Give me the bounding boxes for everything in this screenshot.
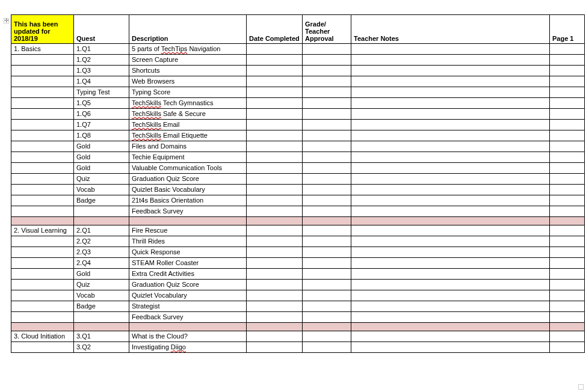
empty-cell [550,152,585,163]
table-row: 2.Q2Thrill Rides [11,236,585,247]
spelling-underline: TechSkills [132,132,161,139]
description-cell: Extra Credit Activities [129,269,247,280]
quest-cell: 3.Q1 [74,331,129,342]
col-quest: Quest [74,15,129,44]
section-cell [11,152,74,163]
quest-cell: 1.Q5 [74,98,129,109]
quest-cell: Gold [74,163,129,174]
separator-cell [303,217,351,225]
separator-cell [351,323,550,331]
table-row: Feedback Survey [11,312,585,323]
empty-cell [303,247,351,258]
empty-cell [351,236,550,247]
empty-cell [303,258,351,269]
table-move-handle-icon[interactable]: ✛ [4,18,9,23]
empty-cell [351,331,550,342]
description-cell: Graduation Quiz Score [129,174,247,185]
empty-cell [550,174,585,185]
table-row: 1.Q5TechSkills Tech Gymnastics [11,98,585,109]
empty-cell [303,236,351,247]
empty-cell [550,331,585,342]
table-row: GoldExtra Credit Activities [11,269,585,280]
section-cell [11,269,74,280]
empty-cell [550,247,585,258]
section-cell [11,195,74,206]
empty-cell [247,225,303,236]
section-cell [11,280,74,290]
empty-cell [247,44,303,55]
spelling-underline: TechSkills [132,121,161,128]
empty-cell [303,301,351,312]
empty-cell [303,130,351,141]
description-cell: What is the Cloud? [129,331,247,342]
empty-cell [550,141,585,152]
empty-cell [351,258,550,269]
empty-cell [247,290,303,301]
section-cell [11,174,74,185]
empty-cell [247,247,303,258]
section-cell [11,98,74,109]
separator-cell [247,217,303,225]
description-cell: Quizlet Basic Vocabulary [129,185,247,195]
section-cell [11,301,74,312]
empty-cell [303,342,351,353]
section-cell: 1. Basics [11,44,74,55]
separator-row [11,217,585,225]
empty-cell [247,87,303,98]
empty-cell [247,174,303,185]
quest-cell: Badge [74,301,129,312]
empty-cell [303,185,351,195]
quest-cell: 1.Q4 [74,76,129,87]
separator-cell [129,323,247,331]
table-row: 2.Q3Quick Response [11,247,585,258]
table-row: 3.Q2Investigating Diigo [11,342,585,353]
empty-cell [247,130,303,141]
empty-cell [303,141,351,152]
empty-cell [303,120,351,130]
empty-cell [247,280,303,290]
empty-cell [550,195,585,206]
empty-cell [247,98,303,109]
description-cell: TechSkills Safe & Secure [129,109,247,120]
section-cell [11,66,74,76]
spelling-underline: TechSkills [132,99,161,106]
separator-cell [74,217,129,225]
description-cell: Feedback Survey [129,312,247,323]
section-cell [11,76,74,87]
empty-cell [351,195,550,206]
table-row: 1.Q8TechSkills Email Etiquette [11,130,585,141]
empty-cell [303,66,351,76]
empty-cell [351,312,550,323]
section-cell [11,236,74,247]
empty-cell [247,120,303,130]
empty-cell [351,290,550,301]
empty-cell [247,185,303,195]
empty-cell [351,152,550,163]
empty-cell [550,66,585,76]
empty-cell [247,331,303,342]
empty-cell [247,206,303,217]
empty-cell [303,174,351,185]
quest-table: This has been updated for 2018/19 Quest … [11,14,585,353]
empty-cell [550,225,585,236]
section-cell [11,258,74,269]
empty-cell [247,76,303,87]
empty-cell [351,130,550,141]
quest-cell: 2.Q2 [74,236,129,247]
quest-cell: 2.Q1 [74,225,129,236]
quest-cell [74,206,129,217]
description-cell: Files and Domains [129,141,247,152]
description-cell: Graduation Quiz Score [129,280,247,290]
description-cell: Shortcuts [129,66,247,76]
empty-cell [550,98,585,109]
separator-cell [351,217,550,225]
spelling-underline: TechSkills [132,110,161,117]
description-cell: Thrill Rides [129,236,247,247]
table-row: 1.Q4Web Browsers [11,76,585,87]
description-cell: TechSkills Tech Gymnastics [129,98,247,109]
description-cell: Screen Capture [129,55,247,66]
quest-cell: Gold [74,269,129,280]
empty-cell [303,87,351,98]
empty-cell [247,163,303,174]
empty-cell [303,312,351,323]
